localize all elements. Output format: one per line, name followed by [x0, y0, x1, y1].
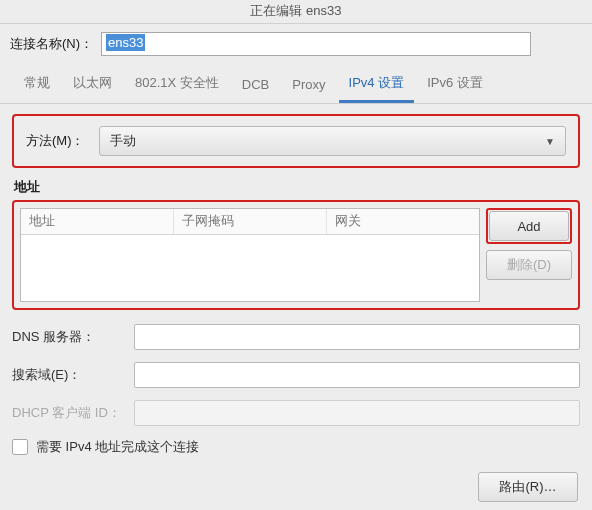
connection-name-row: 连接名称(N)： ens33	[0, 24, 592, 66]
connection-name-value: ens33	[106, 34, 145, 51]
search-label: 搜索域(E)：	[12, 366, 134, 384]
dhcp-row: DHCP 客户端 ID：	[12, 400, 580, 426]
dns-row: DNS 服务器：	[12, 324, 580, 350]
routes-row: 路由(R)…	[12, 472, 580, 502]
dns-input[interactable]	[134, 324, 580, 350]
dhcp-label: DHCP 客户端 ID：	[12, 404, 134, 422]
col-gateway[interactable]: 网关	[327, 209, 479, 234]
col-address[interactable]: 地址	[21, 209, 174, 234]
addresses-buttons: Add 删除(D)	[486, 208, 572, 302]
tab-panel-ipv4: 方法(M)： 手动 ▼ 地址 地址 子网掩码 网关 Add 删除(D) DNS …	[0, 104, 592, 510]
search-input[interactable]	[134, 362, 580, 388]
addresses-table[interactable]: 地址 子网掩码 网关	[20, 208, 480, 302]
addresses-header: 地址 子网掩码 网关	[21, 209, 479, 235]
tab-ipv6[interactable]: IPv6 设置	[417, 66, 493, 103]
require-ipv4-row: 需要 IPv4 地址完成这个连接	[12, 438, 580, 456]
method-label: 方法(M)：	[26, 132, 85, 150]
method-highlight: 方法(M)： 手动 ▼	[12, 114, 580, 168]
connection-name-label: 连接名称(N)：	[10, 35, 93, 53]
require-ipv4-checkbox[interactable]	[12, 439, 28, 455]
search-row: 搜索域(E)：	[12, 362, 580, 388]
require-ipv4-label: 需要 IPv4 地址完成这个连接	[36, 438, 199, 456]
method-value: 手动	[110, 132, 136, 150]
window-title: 正在编辑 ens33	[0, 0, 592, 24]
addresses-title: 地址	[14, 178, 578, 196]
chevron-down-icon: ▼	[545, 136, 555, 147]
connection-name-input[interactable]: ens33	[101, 32, 531, 56]
col-netmask[interactable]: 子网掩码	[174, 209, 327, 234]
tab-ethernet[interactable]: 以太网	[63, 66, 122, 103]
tab-general[interactable]: 常规	[14, 66, 60, 103]
tab-ipv4[interactable]: IPv4 设置	[339, 66, 415, 103]
dhcp-input	[134, 400, 580, 426]
addresses-highlight: 地址 子网掩码 网关 Add 删除(D)	[12, 200, 580, 310]
tab-8021x[interactable]: 802.1X 安全性	[125, 66, 229, 103]
tab-dcb[interactable]: DCB	[232, 69, 279, 103]
tab-bar: 常规 以太网 802.1X 安全性 DCB Proxy IPv4 设置 IPv6…	[0, 66, 592, 104]
delete-button[interactable]: 删除(D)	[486, 250, 572, 280]
add-highlight: Add	[486, 208, 572, 244]
method-combo[interactable]: 手动 ▼	[99, 126, 567, 156]
add-button[interactable]: Add	[489, 211, 569, 241]
tab-proxy[interactable]: Proxy	[282, 69, 335, 103]
routes-button[interactable]: 路由(R)…	[478, 472, 578, 502]
dns-label: DNS 服务器：	[12, 328, 134, 346]
